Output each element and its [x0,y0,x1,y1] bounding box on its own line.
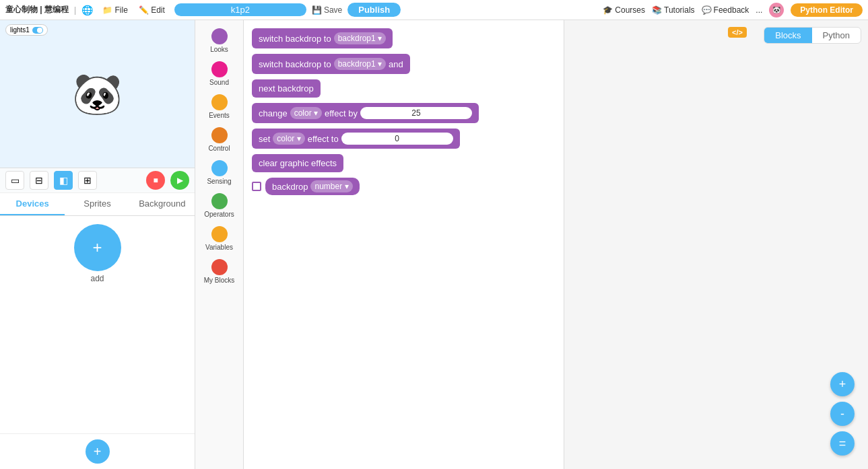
stage-area: lights1 🐼 [0,20,195,168]
go-button[interactable]: ▶ [170,171,189,190]
topbar: 童心制物 | 慧编程 | 🌐 📁 File ✏️ Edit 💾 Save Pub… [0,0,868,20]
block-text: switch backdrop to [259,59,331,69]
save-button[interactable]: 💾 Save [312,5,342,15]
stop-button[interactable]: ■ [146,171,165,190]
palette-operators[interactable]: Operators [198,190,241,221]
palette-variables[interactable]: Variables [198,223,241,254]
effect-by-input[interactable] [360,107,472,119]
backdrop-number-dropdown[interactable]: number ▾ [310,180,352,192]
block-text: clear graphic effects [259,158,337,168]
stage-single-view-btn[interactable]: ▭ [5,171,24,190]
control-dot [211,127,228,143]
menu-edit[interactable]: ✏️ Edit [135,4,169,16]
variables-label: Variables [205,244,233,251]
block-clear-graphic-effects[interactable]: clear graphic effects [252,154,343,172]
sound-dot [211,61,228,77]
operators-dot [211,193,228,209]
effect-dropdown-2[interactable]: color ▾ [273,133,304,145]
looks-label: Looks [210,46,228,53]
panel-tabs: Devices Sprites Background [0,193,195,216]
project-name-input[interactable] [174,3,306,16]
events-label: Events [209,112,230,119]
more-button[interactable]: ... [756,5,762,15]
toggle-switch[interactable] [32,27,43,34]
effect-dropdown-1[interactable]: color ▾ [290,107,322,119]
globe-icon: 🌐 [81,5,93,15]
palette-sound[interactable]: Sound [198,59,241,89]
bottom-add: + [0,433,195,469]
light-toggle[interactable]: lights1 [5,24,48,36]
backdrop-dropdown-2[interactable]: backdrop1 ▾ [334,58,386,70]
tab-background[interactable]: Background [130,193,195,215]
palette-sensing[interactable]: Sensing [198,157,241,188]
block-backdrop-number[interactable]: backdrop number ▾ [265,178,360,195]
events-dot [211,94,228,110]
code-area: Blocks Python </> + - = [564,20,868,469]
palette-events[interactable]: Events [198,92,241,122]
backdrop-text: backdrop [272,182,308,192]
tutorials-link[interactable]: 📚 Tutorials [652,5,695,15]
backdrop-dropdown-1[interactable]: backdrop1 ▾ [334,32,386,44]
avatar[interactable]: 🐼 [769,3,784,17]
control-label: Control [208,145,230,152]
block-change-color-effect[interactable]: change color ▾ effect by [252,103,479,123]
palette-control[interactable]: Control [198,124,241,155]
xml-icon[interactable]: </> [728,27,747,38]
add-device-wrapper: + add [8,224,187,283]
light-toggle-label: lights1 [10,26,30,34]
block-backdrop-number-row: backdrop number ▾ [252,178,556,195]
sound-label: Sound [209,79,229,86]
block-text: next backdrop [259,83,314,94]
blocks-area: switch backdrop to backdrop1 ▾ switch ba… [244,20,564,469]
topbar-right: 🎓 Courses 📚 Tutorials 💬 Feedback ... 🐼 P… [603,3,863,17]
bottom-add-button[interactable]: + [86,439,110,464]
backdrop-number-checkbox[interactable] [252,182,261,191]
block-palette: Looks Sound Events Control Sensing Opera… [195,20,244,469]
looks-dot [211,28,228,44]
sensing-dot [211,160,228,176]
blocks-view-button[interactable]: Blocks [764,28,811,43]
panel-content: + add [0,216,195,433]
palette-my-blocks[interactable]: My Blocks [198,256,241,287]
left-panel: lights1 🐼 ▭ ⊟ ◧ ⊞ ■ ▶ Devices Sprites Ba… [0,20,195,469]
block-set-color-effect[interactable]: set color ▾ effect to [252,129,460,149]
tab-sprites[interactable]: Sprites [65,193,129,215]
block-text: switch backdrop to [259,34,331,44]
sensing-label: Sensing [207,178,231,185]
menu-file[interactable]: 📁 File [98,4,132,16]
my-blocks-dot [211,259,228,275]
zoom-out-button[interactable]: - [830,402,855,426]
block-change-text: change [259,108,288,118]
feedback-link[interactable]: 💬 Feedback [702,5,749,15]
block-switch-backdrop-2[interactable]: switch backdrop to backdrop1 ▾ and [252,54,410,74]
block-effect-to: effect to [308,134,339,144]
block-effect-by: effect by [325,108,358,118]
stage-sidebar-view-btn[interactable]: ◧ [54,171,73,190]
publish-button[interactable]: Publish [347,3,401,17]
zoom-fit-button[interactable]: = [830,431,855,456]
block-next-backdrop[interactable]: next backdrop [252,79,321,98]
palette-looks[interactable]: Looks [198,26,241,56]
python-editor-button[interactable]: Python Editor [791,3,863,17]
block-switch-backdrop-1[interactable]: switch backdrop to backdrop1 ▾ [252,28,393,48]
stage-controls: ▭ ⊟ ◧ ⊞ ■ ▶ [0,168,195,193]
panda-sprite: 🐼 [72,70,123,118]
stage-split-view-btn[interactable]: ⊟ [30,171,48,190]
add-device-button[interactable]: + [74,224,121,271]
python-view-button[interactable]: Python [812,28,861,43]
zoom-in-button[interactable]: + [830,372,855,396]
effect-to-input[interactable] [341,133,453,145]
zoom-controls: + - = [830,372,855,456]
tab-devices[interactable]: Devices [0,193,65,215]
operators-label: Operators [204,211,234,218]
my-blocks-label: My Blocks [204,277,235,284]
courses-link[interactable]: 🎓 Courses [603,5,645,15]
main-layout: lights1 🐼 ▭ ⊟ ◧ ⊞ ■ ▶ Devices Sprites Ba… [0,20,868,469]
block-set-text: set [259,134,270,144]
menu-bar: 📁 File ✏️ Edit [98,4,169,16]
app-logo: 童心制物 | 慧编程 [5,4,69,15]
separator: | [74,5,76,15]
block-and: and [389,59,403,69]
view-toggle: Blocks Python [764,27,861,44]
stage-grid-view-btn[interactable]: ⊞ [78,171,97,190]
